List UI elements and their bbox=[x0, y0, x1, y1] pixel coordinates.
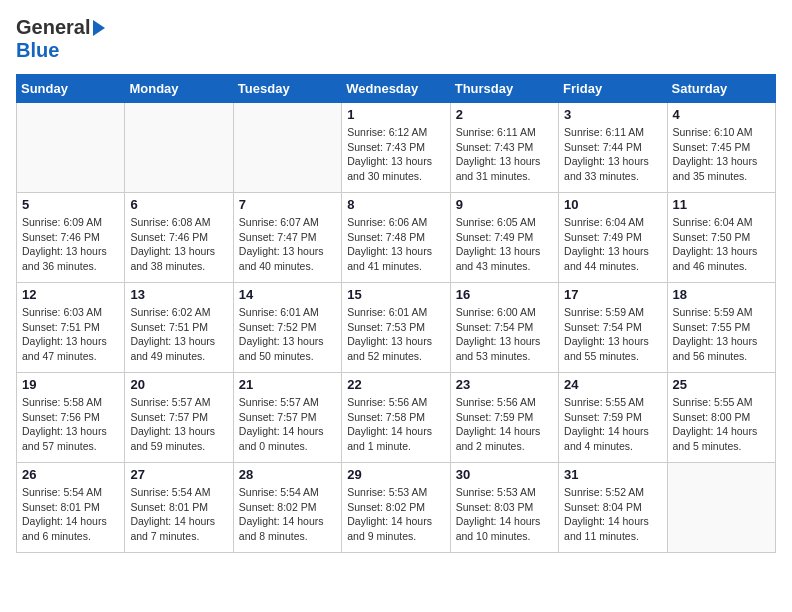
calendar-cell: 21Sunrise: 5:57 AM Sunset: 7:57 PM Dayli… bbox=[233, 373, 341, 463]
cell-text: Sunrise: 6:05 AM Sunset: 7:49 PM Dayligh… bbox=[456, 215, 553, 274]
cell-text: Sunrise: 6:04 AM Sunset: 7:49 PM Dayligh… bbox=[564, 215, 661, 274]
cell-text: Sunrise: 5:52 AM Sunset: 8:04 PM Dayligh… bbox=[564, 485, 661, 544]
cell-text: Sunrise: 6:12 AM Sunset: 7:43 PM Dayligh… bbox=[347, 125, 444, 184]
calendar-cell: 22Sunrise: 5:56 AM Sunset: 7:58 PM Dayli… bbox=[342, 373, 450, 463]
cell-text: Sunrise: 5:57 AM Sunset: 7:57 PM Dayligh… bbox=[239, 395, 336, 454]
weekday-saturday: Saturday bbox=[667, 75, 775, 103]
weekday-sunday: Sunday bbox=[17, 75, 125, 103]
calendar-cell: 28Sunrise: 5:54 AM Sunset: 8:02 PM Dayli… bbox=[233, 463, 341, 553]
weekday-monday: Monday bbox=[125, 75, 233, 103]
week-row-3: 12Sunrise: 6:03 AM Sunset: 7:51 PM Dayli… bbox=[17, 283, 776, 373]
cell-text: Sunrise: 6:09 AM Sunset: 7:46 PM Dayligh… bbox=[22, 215, 119, 274]
cell-text: Sunrise: 6:01 AM Sunset: 7:53 PM Dayligh… bbox=[347, 305, 444, 364]
calendar-cell bbox=[17, 103, 125, 193]
day-number: 9 bbox=[456, 197, 553, 212]
cell-text: Sunrise: 5:56 AM Sunset: 7:58 PM Dayligh… bbox=[347, 395, 444, 454]
cell-text: Sunrise: 5:55 AM Sunset: 8:00 PM Dayligh… bbox=[673, 395, 770, 454]
day-number: 5 bbox=[22, 197, 119, 212]
calendar-cell: 11Sunrise: 6:04 AM Sunset: 7:50 PM Dayli… bbox=[667, 193, 775, 283]
logo-general-text: General bbox=[16, 16, 90, 39]
cell-text: Sunrise: 5:53 AM Sunset: 8:02 PM Dayligh… bbox=[347, 485, 444, 544]
calendar-cell: 20Sunrise: 5:57 AM Sunset: 7:57 PM Dayli… bbox=[125, 373, 233, 463]
calendar-cell: 7Sunrise: 6:07 AM Sunset: 7:47 PM Daylig… bbox=[233, 193, 341, 283]
calendar-cell: 8Sunrise: 6:06 AM Sunset: 7:48 PM Daylig… bbox=[342, 193, 450, 283]
calendar-cell: 24Sunrise: 5:55 AM Sunset: 7:59 PM Dayli… bbox=[559, 373, 667, 463]
cell-text: Sunrise: 5:58 AM Sunset: 7:56 PM Dayligh… bbox=[22, 395, 119, 454]
weekday-friday: Friday bbox=[559, 75, 667, 103]
calendar-cell: 1Sunrise: 6:12 AM Sunset: 7:43 PM Daylig… bbox=[342, 103, 450, 193]
calendar-cell bbox=[233, 103, 341, 193]
day-number: 8 bbox=[347, 197, 444, 212]
cell-text: Sunrise: 5:59 AM Sunset: 7:54 PM Dayligh… bbox=[564, 305, 661, 364]
calendar-cell: 29Sunrise: 5:53 AM Sunset: 8:02 PM Dayli… bbox=[342, 463, 450, 553]
day-number: 16 bbox=[456, 287, 553, 302]
calendar-cell: 25Sunrise: 5:55 AM Sunset: 8:00 PM Dayli… bbox=[667, 373, 775, 463]
calendar-cell: 14Sunrise: 6:01 AM Sunset: 7:52 PM Dayli… bbox=[233, 283, 341, 373]
day-number: 1 bbox=[347, 107, 444, 122]
cell-text: Sunrise: 6:04 AM Sunset: 7:50 PM Dayligh… bbox=[673, 215, 770, 274]
day-number: 27 bbox=[130, 467, 227, 482]
week-row-5: 26Sunrise: 5:54 AM Sunset: 8:01 PM Dayli… bbox=[17, 463, 776, 553]
day-number: 3 bbox=[564, 107, 661, 122]
day-number: 18 bbox=[673, 287, 770, 302]
day-number: 6 bbox=[130, 197, 227, 212]
day-number: 15 bbox=[347, 287, 444, 302]
cell-text: Sunrise: 5:54 AM Sunset: 8:01 PM Dayligh… bbox=[22, 485, 119, 544]
cell-text: Sunrise: 6:11 AM Sunset: 7:44 PM Dayligh… bbox=[564, 125, 661, 184]
day-number: 13 bbox=[130, 287, 227, 302]
cell-text: Sunrise: 6:10 AM Sunset: 7:45 PM Dayligh… bbox=[673, 125, 770, 184]
calendar-cell: 6Sunrise: 6:08 AM Sunset: 7:46 PM Daylig… bbox=[125, 193, 233, 283]
day-number: 17 bbox=[564, 287, 661, 302]
cell-text: Sunrise: 6:07 AM Sunset: 7:47 PM Dayligh… bbox=[239, 215, 336, 274]
calendar-cell: 9Sunrise: 6:05 AM Sunset: 7:49 PM Daylig… bbox=[450, 193, 558, 283]
cell-text: Sunrise: 6:06 AM Sunset: 7:48 PM Dayligh… bbox=[347, 215, 444, 274]
weekday-tuesday: Tuesday bbox=[233, 75, 341, 103]
day-number: 11 bbox=[673, 197, 770, 212]
calendar-cell: 17Sunrise: 5:59 AM Sunset: 7:54 PM Dayli… bbox=[559, 283, 667, 373]
day-number: 20 bbox=[130, 377, 227, 392]
calendar-cell: 2Sunrise: 6:11 AM Sunset: 7:43 PM Daylig… bbox=[450, 103, 558, 193]
cell-text: Sunrise: 6:01 AM Sunset: 7:52 PM Dayligh… bbox=[239, 305, 336, 364]
calendar-cell: 30Sunrise: 5:53 AM Sunset: 8:03 PM Dayli… bbox=[450, 463, 558, 553]
day-number: 22 bbox=[347, 377, 444, 392]
cell-text: Sunrise: 5:53 AM Sunset: 8:03 PM Dayligh… bbox=[456, 485, 553, 544]
cell-text: Sunrise: 5:55 AM Sunset: 7:59 PM Dayligh… bbox=[564, 395, 661, 454]
logo-chevron-icon bbox=[93, 20, 105, 36]
calendar-cell bbox=[667, 463, 775, 553]
calendar-cell: 12Sunrise: 6:03 AM Sunset: 7:51 PM Dayli… bbox=[17, 283, 125, 373]
day-number: 24 bbox=[564, 377, 661, 392]
logo-blue-text: Blue bbox=[16, 39, 59, 62]
calendar-cell: 18Sunrise: 5:59 AM Sunset: 7:55 PM Dayli… bbox=[667, 283, 775, 373]
calendar-cell: 27Sunrise: 5:54 AM Sunset: 8:01 PM Dayli… bbox=[125, 463, 233, 553]
calendar-cell: 13Sunrise: 6:02 AM Sunset: 7:51 PM Dayli… bbox=[125, 283, 233, 373]
day-number: 21 bbox=[239, 377, 336, 392]
calendar-cell: 31Sunrise: 5:52 AM Sunset: 8:04 PM Dayli… bbox=[559, 463, 667, 553]
day-number: 2 bbox=[456, 107, 553, 122]
calendar-cell: 26Sunrise: 5:54 AM Sunset: 8:01 PM Dayli… bbox=[17, 463, 125, 553]
cell-text: Sunrise: 5:57 AM Sunset: 7:57 PM Dayligh… bbox=[130, 395, 227, 454]
calendar-cell: 19Sunrise: 5:58 AM Sunset: 7:56 PM Dayli… bbox=[17, 373, 125, 463]
day-number: 4 bbox=[673, 107, 770, 122]
day-number: 14 bbox=[239, 287, 336, 302]
weekday-header-row: SundayMondayTuesdayWednesdayThursdayFrid… bbox=[17, 75, 776, 103]
calendar-cell: 23Sunrise: 5:56 AM Sunset: 7:59 PM Dayli… bbox=[450, 373, 558, 463]
calendar-cell: 3Sunrise: 6:11 AM Sunset: 7:44 PM Daylig… bbox=[559, 103, 667, 193]
day-number: 28 bbox=[239, 467, 336, 482]
week-row-2: 5Sunrise: 6:09 AM Sunset: 7:46 PM Daylig… bbox=[17, 193, 776, 283]
day-number: 10 bbox=[564, 197, 661, 212]
day-number: 30 bbox=[456, 467, 553, 482]
weekday-wednesday: Wednesday bbox=[342, 75, 450, 103]
cell-text: Sunrise: 6:03 AM Sunset: 7:51 PM Dayligh… bbox=[22, 305, 119, 364]
day-number: 31 bbox=[564, 467, 661, 482]
calendar-cell: 16Sunrise: 6:00 AM Sunset: 7:54 PM Dayli… bbox=[450, 283, 558, 373]
day-number: 19 bbox=[22, 377, 119, 392]
calendar-cell: 4Sunrise: 6:10 AM Sunset: 7:45 PM Daylig… bbox=[667, 103, 775, 193]
day-number: 25 bbox=[673, 377, 770, 392]
cell-text: Sunrise: 5:56 AM Sunset: 7:59 PM Dayligh… bbox=[456, 395, 553, 454]
weekday-thursday: Thursday bbox=[450, 75, 558, 103]
day-number: 29 bbox=[347, 467, 444, 482]
cell-text: Sunrise: 6:08 AM Sunset: 7:46 PM Dayligh… bbox=[130, 215, 227, 274]
logo: General Blue bbox=[16, 16, 105, 62]
calendar: SundayMondayTuesdayWednesdayThursdayFrid… bbox=[16, 74, 776, 553]
week-row-4: 19Sunrise: 5:58 AM Sunset: 7:56 PM Dayli… bbox=[17, 373, 776, 463]
